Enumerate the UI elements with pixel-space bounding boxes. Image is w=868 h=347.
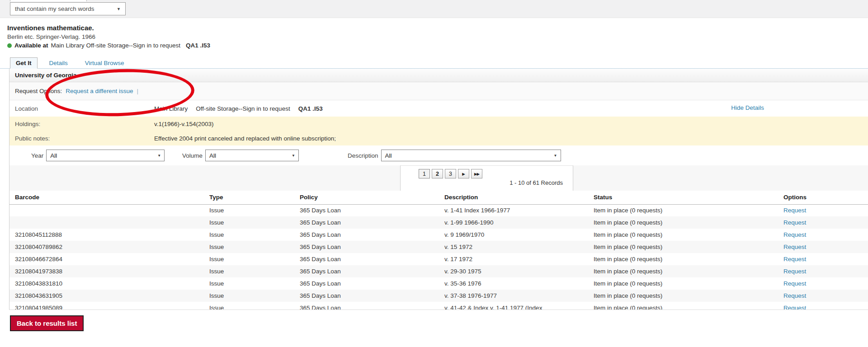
cell-type: Issue xyxy=(209,290,300,302)
page-3-button[interactable]: 3 xyxy=(445,169,456,178)
request-link[interactable]: Request xyxy=(783,244,806,250)
cell-barcode: 32108041973838 xyxy=(9,265,209,277)
year-filter-value: All xyxy=(50,152,57,159)
cell-barcode: 32108046672864 xyxy=(9,253,209,265)
request-options-separator: | xyxy=(137,88,138,94)
table-row: Issue365 Days Loanv. 1-99 1966-1990Item … xyxy=(9,216,868,229)
column-header-barcode: Barcode xyxy=(9,191,209,204)
search-scope-dropdown[interactable]: that contain my search words ▼ xyxy=(10,2,126,15)
cell-description: v. 35-36 1976 xyxy=(444,277,594,290)
cell-status: Item in place (0 requests) xyxy=(594,302,783,309)
record-tabs: Get It Details Virtual Browse xyxy=(0,56,868,69)
cell-policy: 365 Days Loan xyxy=(300,302,444,309)
cell-options: Request xyxy=(783,253,868,265)
record-header: Inventiones mathematicae. Berlin etc. Sp… xyxy=(0,18,868,50)
last-page-button[interactable]: ▶▶ xyxy=(471,169,482,178)
cell-status: Item in place (0 requests) xyxy=(594,204,783,216)
cell-type: Issue xyxy=(209,241,300,253)
description-filter-label: Description xyxy=(348,152,378,159)
next-page-button[interactable]: ▶ xyxy=(458,169,469,178)
cell-options: Request xyxy=(783,229,868,241)
cell-status: Item in place (0 requests) xyxy=(594,216,783,229)
table-row: 32108046672864Issue365 Days Loanv. 17 19… xyxy=(9,253,868,265)
location-library: Main Library xyxy=(154,105,188,112)
page-2-button[interactable]: 2 xyxy=(432,169,443,178)
cell-policy: 365 Days Loan xyxy=(300,265,444,277)
next-page-icon: ▶ xyxy=(462,172,465,176)
location-call-number: QA1 .I53 xyxy=(298,105,323,112)
year-filter-select[interactable]: All ▼ xyxy=(46,150,165,161)
holdings-row: Holdings: v.1(1966)-v.154(2003) xyxy=(9,117,868,131)
chevron-down-icon: ▼ xyxy=(157,154,161,158)
items-table-container: BarcodeTypePolicyDescriptionStatusOption… xyxy=(9,191,868,309)
back-to-results-button[interactable]: Back to results list xyxy=(10,315,84,331)
request-link[interactable]: Request xyxy=(783,268,806,275)
cell-barcode: 32108041985089 xyxy=(9,302,209,309)
table-row: 32108041973838Issue365 Days Loanv. 29-30… xyxy=(9,265,868,277)
volume-filter-value: All xyxy=(209,152,216,159)
availability-call-number: QA1 .I53 xyxy=(186,41,210,50)
cell-options: Request xyxy=(783,277,868,290)
search-scope-value: that contain my search words xyxy=(15,5,114,12)
cell-options: Request xyxy=(783,265,868,277)
cell-policy: 365 Days Loan xyxy=(300,229,444,241)
available-status-icon xyxy=(7,43,12,48)
volume-filter-select[interactable]: All ▼ xyxy=(205,150,299,161)
cell-policy: 365 Days Loan xyxy=(300,216,444,229)
request-link[interactable]: Request xyxy=(783,207,806,214)
table-row: 32108045112888Issue365 Days Loanv. 9 196… xyxy=(9,229,868,241)
description-filter-select[interactable]: All ▼ xyxy=(381,150,561,161)
tab-virtual-browse[interactable]: Virtual Browse xyxy=(80,58,130,68)
request-link[interactable]: Request xyxy=(783,219,806,226)
cell-options: Request xyxy=(783,302,868,309)
cell-description: v. 1-99 1966-1990 xyxy=(444,216,594,229)
availability-prefix: Available at xyxy=(14,41,48,50)
institution-header: University of Georgia xyxy=(9,69,868,82)
cell-type: Issue xyxy=(209,253,300,265)
public-notes-label: Public notes: xyxy=(9,135,154,142)
request-link[interactable]: Request xyxy=(783,256,806,263)
cell-options: Request xyxy=(783,216,868,229)
chevron-down-icon: ▼ xyxy=(292,154,295,158)
table-row: 32108043831810Issue365 Days Loanv. 35-36… xyxy=(9,277,868,290)
hide-details-link[interactable]: Hide Details xyxy=(731,104,764,111)
items-table-header-row: BarcodeTypePolicyDescriptionStatusOption… xyxy=(9,191,868,204)
request-different-issue-link[interactable]: Request a different issue xyxy=(66,88,133,94)
cell-status: Item in place (0 requests) xyxy=(594,265,783,277)
request-link[interactable]: Request xyxy=(783,305,806,309)
cell-description: v. 29-30 1975 xyxy=(444,265,594,277)
items-table: BarcodeTypePolicyDescriptionStatusOption… xyxy=(9,191,868,309)
column-header-policy: Policy xyxy=(300,191,444,204)
holdings-block: Holdings: v.1(1966)-v.154(2003) Public n… xyxy=(9,117,868,145)
cell-barcode xyxy=(9,204,209,216)
public-notes-row: Public notes: Effective 2004 print cance… xyxy=(9,131,868,145)
description-filter-value: All xyxy=(385,152,392,159)
cell-type: Issue xyxy=(209,229,300,241)
tab-details[interactable]: Details xyxy=(44,58,73,68)
request-link[interactable]: Request xyxy=(783,292,806,299)
page-1-button[interactable]: 1 xyxy=(419,169,430,178)
cell-policy: 365 Days Loan xyxy=(300,241,444,253)
availability-location: Main Library Off-site Storage--Sign in t… xyxy=(51,41,180,50)
year-filter-label: Year xyxy=(31,152,43,159)
cell-policy: 365 Days Loan xyxy=(300,253,444,265)
request-link[interactable]: Request xyxy=(783,280,806,287)
filters-row: Year All ▼ Volume All ▼ Description All … xyxy=(9,145,868,165)
request-link[interactable]: Request xyxy=(783,231,806,238)
request-options-row: Request Options: Request a different iss… xyxy=(9,82,868,100)
records-summary: 1 - 10 of 61 Records xyxy=(509,179,563,186)
cell-options: Request xyxy=(783,204,868,216)
tab-get-it[interactable]: Get It xyxy=(10,57,38,69)
cell-barcode: 32108045112888 xyxy=(9,229,209,241)
cell-barcode: 32108043631905 xyxy=(9,290,209,302)
volume-filter-label: Volume xyxy=(182,152,203,159)
cell-barcode: 32108040789862 xyxy=(9,241,209,253)
top-bar: that contain my search words ▼ xyxy=(0,0,868,18)
cell-description: v. 37-38 1976-1977 xyxy=(444,290,594,302)
cell-type: Issue xyxy=(209,204,300,216)
availability-line: Available at Main Library Off-site Stora… xyxy=(7,41,868,50)
column-header-options: Options xyxy=(783,191,868,204)
holdings-value: v.1(1966)-v.154(2003) xyxy=(154,121,214,127)
table-row: 32108040789862Issue365 Days Loanv. 15 19… xyxy=(9,241,868,253)
public-notes-value: Effective 2004 print canceled and replac… xyxy=(154,135,336,142)
